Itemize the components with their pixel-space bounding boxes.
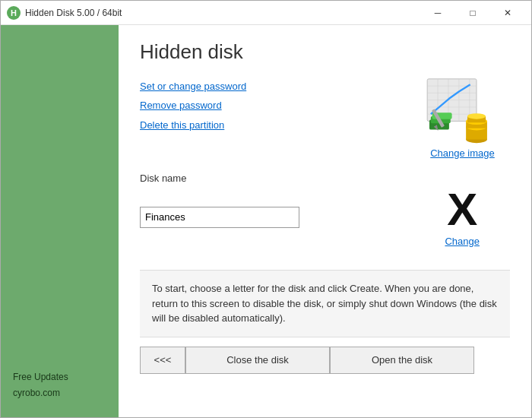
back-button[interactable]: <<<: [140, 347, 185, 374]
app-icon: H: [7, 6, 21, 20]
window-title: Hidden Disk 5.00 / 64bit: [25, 8, 420, 18]
main-panel: Hidden disk Set or change password Remov…: [119, 25, 531, 417]
big-x-section: X Change: [445, 187, 480, 247]
open-disk-button[interactable]: Open the disk: [330, 347, 474, 374]
disk-name-row: X Change: [140, 187, 510, 247]
cyrobo-link[interactable]: cyrobo.com: [13, 385, 60, 402]
drive-letter: X: [447, 187, 477, 233]
close-button[interactable]: ✕: [490, 1, 525, 25]
svg-text:H: H: [11, 8, 17, 17]
maximize-button[interactable]: □: [455, 1, 490, 25]
close-disk-button[interactable]: Close the disk: [185, 347, 330, 374]
delete-partition-link[interactable]: Delete this partition: [140, 116, 246, 134]
sidebar: Free Updates cyrobo.com: [1, 25, 119, 417]
top-section: Set or change password Remove password D…: [140, 78, 510, 159]
disk-icon-section: Change image: [423, 78, 502, 159]
disk-name-label: Disk name: [140, 173, 510, 184]
page-title: Hidden disk: [140, 40, 510, 64]
disk-name-input[interactable]: [140, 207, 299, 228]
free-updates-link[interactable]: Free Updates: [13, 369, 68, 386]
info-text: To start, choose a letter for the disk a…: [140, 270, 510, 337]
change-image-link[interactable]: Change image: [430, 147, 495, 159]
svg-point-21: [467, 113, 486, 119]
disk-illustration: [423, 78, 502, 144]
minimize-button[interactable]: ─: [420, 1, 455, 25]
app-window: H Hidden Disk 5.00 / 64bit ─ □ ✕ Free Up…: [0, 0, 532, 418]
content-area: Free Updates cyrobo.com Hidden disk Set …: [1, 25, 531, 417]
titlebar: H Hidden Disk 5.00 / 64bit ─ □ ✕: [1, 1, 531, 25]
disk-name-section: Disk name X Change: [140, 173, 510, 247]
window-controls: ─ □ ✕: [420, 1, 525, 25]
set-password-link[interactable]: Set or change password: [140, 78, 246, 95]
links-section: Set or change password Remove password D…: [140, 78, 246, 134]
bottom-bar: <<< Close the disk Open the disk: [140, 337, 510, 383]
remove-password-link[interactable]: Remove password: [140, 97, 246, 114]
change-letter-link[interactable]: Change: [445, 236, 480, 247]
